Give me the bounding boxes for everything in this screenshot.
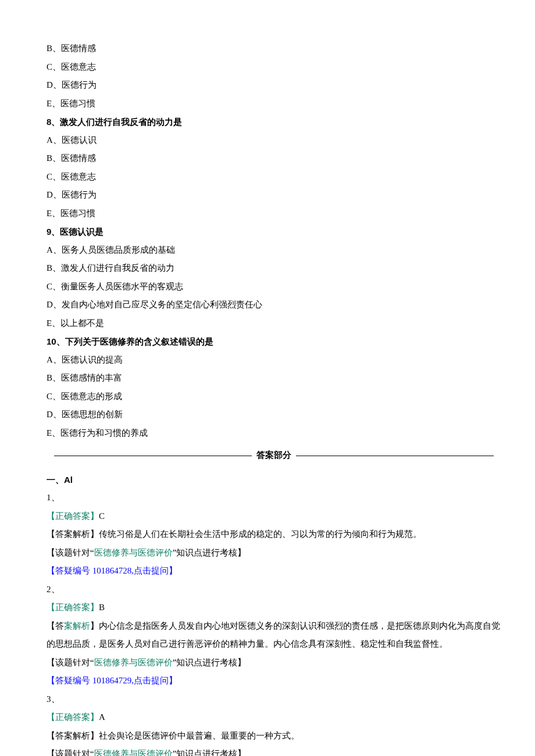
a3-topic-open: 【该题针对“ [47, 749, 94, 756]
a3-analysis-label: 【答案解析】 [47, 731, 99, 740]
a2-topic-mid: 医德修养与医德评价 [94, 658, 173, 667]
a2-qa-bracket: 】 [169, 676, 177, 685]
a2-analysis: 【答案解析】内心信念是指医务人员发自内心地对医德义务的深刻认识和强烈的责任感，是… [47, 617, 501, 654]
a2-topic-open: 【该题针对“ [47, 658, 94, 667]
a1-analysis-text: 传统习俗是人们在长期社会生活中形成的稳定的、习以为常的行为倾向和行为规范。 [99, 529, 422, 539]
a1-topic-open: 【该题针对“ [47, 548, 94, 557]
q10-option-E: E、医德行为和习惯的养成 [47, 424, 501, 443]
a2-analysis-mid: 案解析 [64, 621, 90, 630]
a1-correct: 【正确答案】C [47, 507, 501, 526]
a3-topic: 【该题针对“医德修养与医德评价”知识点进行考核】 [47, 745, 501, 756]
q8-prompt: 8、激发人们进行自我反省的动力是 [47, 113, 501, 131]
a2-correct-label: 【正确答案】 [47, 603, 99, 612]
q10-option-B: B、医德感情的丰富 [47, 369, 501, 388]
a1-qa-body: 答疑编号 [55, 566, 92, 575]
q10-option-D: D、医德思想的创新 [47, 406, 501, 424]
q9-option-A: A、医务人员医德品质形成的基础 [47, 241, 501, 260]
q8-option-B: B、医德情感 [47, 149, 501, 168]
a3-topic-close: ”知识点进行考核】 [173, 749, 247, 756]
q10-prompt: 10、下列关于医德修养的含义叙述错误的是 [47, 332, 501, 351]
q7-option-C: C、医德意志 [47, 58, 501, 77]
a3-num: 3、 [47, 690, 501, 709]
a2-analysis-text: 内心信念是指医务人员发自内心地对医德义务的深刻认识和强烈的责任感，是把医德原则内… [47, 621, 500, 649]
a1-topic: 【该题针对“医德修养与医德评价”知识点进行考核】 [47, 544, 501, 562]
a3-correct: 【正确答案】A [47, 708, 501, 727]
q9-option-C: C、衡量医务人员医德水平的客观志 [47, 278, 501, 296]
a2-num: 2、 [47, 581, 501, 599]
a1-topic-close: ”知识点进行考核】 [173, 548, 247, 557]
a3-analysis: 【答案解析】社会舆论是医德评价中最普遍、最重要的一种方式。 [47, 727, 501, 746]
q8-option-D: D、医德行为 [47, 186, 501, 205]
a3-topic-mid: 医德修养与医德评价 [94, 749, 173, 756]
a2-qa-body: 答疑编号 [55, 676, 92, 685]
a2-answer-value: B [99, 603, 105, 612]
a1-correct-close: 】 [90, 511, 99, 521]
a1-analysis: 【答案解析】传统习俗是人们在长期社会生活中形成的稳定的、习以为常的行为倾向和行为… [47, 525, 501, 544]
divider-line-left [54, 456, 252, 456]
a1-correct-open: 【正确 [47, 511, 73, 521]
a1-qa-close: ,点击提问 [131, 566, 169, 575]
q9-option-D: D、发自内心地对自己应尽义务的坚定信心利强烈责任心 [47, 296, 501, 314]
a1-qa-open: 【 [47, 566, 55, 575]
q9-option-B: B、激发人们进行自我反省的动力 [47, 259, 501, 278]
a2-topic: 【该题针对“医德修养与医德评价”知识点进行考核】 [47, 654, 501, 672]
q10-option-C: C、医德意志的形成 [47, 388, 501, 406]
answer-divider: 答案部分 [47, 446, 501, 465]
a2-qa-close: ,点击提问 [131, 676, 169, 685]
a2-correct: 【正确答案】B [47, 599, 501, 617]
a1-num: 1、 [47, 489, 501, 507]
q7-option-B: B、医德情感 [47, 40, 501, 58]
q8-option-E: E、医德习惯 [47, 205, 501, 223]
a2-qa-open: 【 [47, 676, 55, 685]
q9-option-E: E、以上都不是 [47, 314, 501, 333]
q10-option-A: A、医德认识的提高 [47, 351, 501, 370]
a3-answer-value: A [99, 712, 105, 722]
q7-option-D: D、医德行为 [47, 76, 501, 95]
a3-analysis-text: 社会舆论是医德评价中最普遍、最重要的一种方式。 [99, 731, 299, 740]
q8-option-A: A、医德认识 [47, 131, 501, 150]
a1-qa-link[interactable]: 【答疑编号 101864728,点击提问】 [47, 562, 501, 581]
section-heading: 一、Al [47, 471, 501, 489]
q9-prompt: 9、医德认识是 [47, 223, 501, 241]
a3-correct-label: 【正确答案】 [47, 712, 99, 722]
a1-correct-mid: 答案 [73, 511, 90, 521]
a2-qa-link[interactable]: 【答疑编号 101864729,点击提问】 [47, 672, 501, 690]
a1-answer-value: C [99, 511, 105, 521]
answer-header-label: 答案部分 [254, 450, 294, 460]
q7-option-E: E、医德习惯 [47, 95, 501, 113]
a2-qa-id: 101864729 [92, 676, 132, 685]
a2-analysis-close: 】 [90, 621, 99, 630]
a1-analysis-label: 【答案解析】 [47, 529, 99, 539]
a1-qa-id: 101864728 [92, 566, 132, 575]
a2-topic-close: ”知识点进行考核】 [173, 658, 247, 667]
a1-topic-mid: 医德修养与医德评价 [94, 548, 173, 557]
a2-analysis-open: 【答 [47, 621, 64, 630]
a1-qa-bracket: 】 [169, 566, 177, 575]
q8-option-C: C、医德意志 [47, 168, 501, 187]
divider-line-right [296, 456, 494, 456]
